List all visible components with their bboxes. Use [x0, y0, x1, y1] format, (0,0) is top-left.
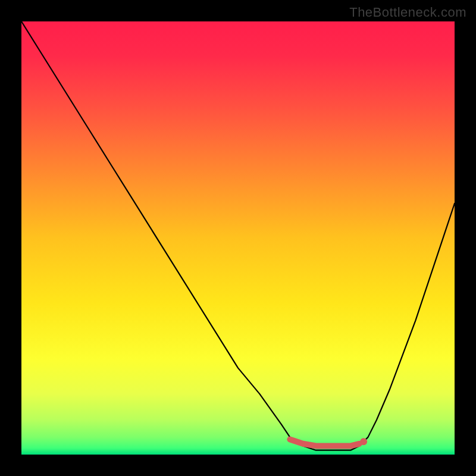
- highlight-dot: [360, 438, 367, 445]
- watermark-text: TheBottleneck.com: [349, 5, 466, 20]
- plot-svg: [21, 21, 455, 455]
- bottleneck-chart: [21, 21, 455, 455]
